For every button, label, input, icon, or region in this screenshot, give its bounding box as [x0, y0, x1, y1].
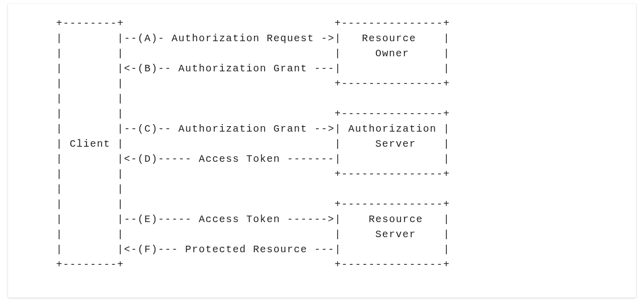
flow-c-text: Authorization Grant	[179, 123, 308, 135]
resource-server-l1: Resource	[369, 214, 423, 225]
flow-b-text: Authorization Grant	[179, 63, 308, 74]
resource-owner-l2: Owner	[375, 48, 410, 59]
oauth-flow-diagram: +--------+ +---------------+ | |--(A)- A…	[8, 4, 636, 284]
diagram-card: +--------+ +---------------+ | |--(A)- A…	[8, 4, 636, 297]
flow-f-label: (F)	[138, 244, 158, 255]
flow-e-label: (E)	[138, 214, 158, 225]
flow-a-text: Authorization Request	[172, 33, 314, 44]
flow-d-text: Access Token	[199, 153, 280, 165]
client-box-label: Client	[70, 138, 111, 150]
resource-server-l2: Server	[375, 229, 416, 240]
auth-server-l2: Server	[375, 138, 416, 150]
flow-e-text: Access Token	[199, 214, 280, 225]
flow-a-label: (A)	[138, 33, 158, 44]
flow-b-label: (B)	[138, 63, 158, 74]
auth-server-l1: Authorization	[348, 123, 437, 135]
resource-owner-l1: Resource	[362, 33, 416, 44]
flow-d-label: (D)	[138, 153, 158, 165]
flow-f-text: Protected Resource	[185, 244, 307, 255]
flow-c-label: (C)	[138, 123, 158, 135]
